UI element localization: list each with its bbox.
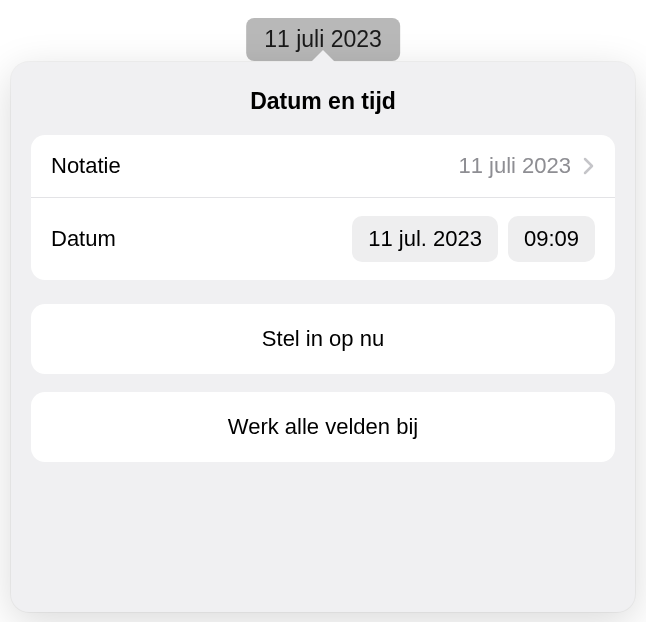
- format-label: Notatie: [51, 153, 121, 179]
- update-all-fields-button[interactable]: Werk alle velden bij: [31, 392, 615, 462]
- settings-card: Notatie 11 juli 2023 Datum 11 jul. 2023: [31, 135, 615, 280]
- date-value: 11 jul. 2023: [368, 226, 482, 251]
- popover-arrow: [305, 50, 341, 68]
- date-time-popover: Datum en tijd Notatie 11 juli 2023 Datum: [11, 62, 635, 612]
- popover-title: Datum en tijd: [31, 88, 615, 115]
- chevron-right-icon: [583, 157, 595, 175]
- time-picker-button[interactable]: 09:09: [508, 216, 595, 262]
- date-row: Datum 11 jul. 2023 09:09: [31, 197, 615, 280]
- set-to-now-label: Stel in op nu: [262, 326, 384, 351]
- date-pill-group: 11 jul. 2023 09:09: [352, 216, 595, 262]
- date-picker-button[interactable]: 11 jul. 2023: [352, 216, 498, 262]
- date-label: Datum: [51, 226, 116, 252]
- time-value: 09:09: [524, 226, 579, 251]
- update-all-fields-label: Werk alle velden bij: [228, 414, 418, 439]
- format-row[interactable]: Notatie 11 juli 2023: [31, 135, 615, 197]
- format-value: 11 juli 2023: [458, 153, 571, 179]
- format-value-group: 11 juli 2023: [458, 153, 595, 179]
- set-to-now-button[interactable]: Stel in op nu: [31, 304, 615, 374]
- selected-date-text: 11 juli 2023: [264, 26, 382, 52]
- popover-body: Datum en tijd Notatie 11 juli 2023 Datum: [11, 62, 635, 612]
